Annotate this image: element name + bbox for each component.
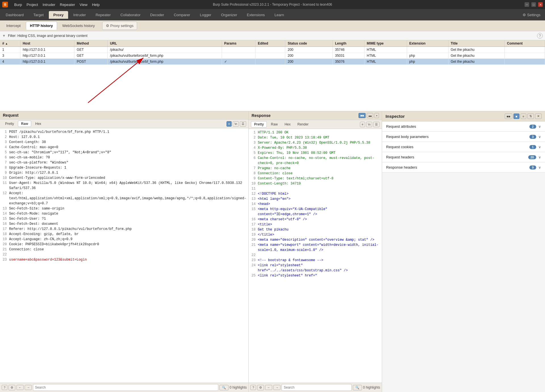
request-search-button[interactable]: 🔍 (219, 385, 229, 390)
nav-tab-repeater[interactable]: Repeater (91, 11, 115, 19)
inspector-section-item[interactable]: Request cookies 1 ∨ (382, 142, 545, 152)
nav-tab-collaborator[interactable]: Collaborator (116, 11, 145, 19)
response-icon-newline[interactable]: \n (366, 122, 372, 127)
col-header-url[interactable]: URL (108, 40, 222, 47)
nav-tab-intruder[interactable]: Intruder (69, 11, 91, 19)
response-view-split-v[interactable]: ▬ (367, 113, 373, 118)
cell-title: Get the pikachu (448, 53, 504, 59)
inspector-icon-align[interactable]: ≡ (521, 114, 526, 119)
request-line: 19Accept-Language: zh-CN,zh;q=0.9 (2, 237, 246, 242)
request-footer-back[interactable]: ← (16, 385, 24, 390)
cell-title: Get the pikachu (448, 47, 504, 53)
inspector-section-item[interactable]: Response headers 9 ∨ (382, 162, 545, 173)
response-panel-header: Response ■■ ▬ ▪ (249, 111, 382, 120)
menu-burp[interactable]: Burp (14, 3, 22, 7)
cell-url: /pikachu/ (108, 47, 222, 53)
request-panel-tab-icons: ≡ \n ☰ (227, 121, 246, 127)
close-button[interactable]: ✕ (538, 2, 543, 7)
col-header-edited[interactable]: Edited (255, 40, 285, 47)
response-tab-render[interactable]: Render (295, 121, 311, 127)
col-header-extension[interactable]: Extension (407, 40, 448, 47)
nav-tab-proxy[interactable]: Proxy (49, 11, 68, 19)
col-header-params[interactable]: Params (222, 40, 255, 47)
nav-tab-organizer[interactable]: Organizer (216, 11, 242, 19)
inspector-section-item[interactable]: Request body parameters 3 ∨ (382, 132, 545, 142)
table-row[interactable]: 3 http://127.0.0.1 GET /pikachu/vul/burt… (0, 53, 545, 59)
col-header-title[interactable]: Title (448, 40, 504, 47)
request-tab-raw[interactable]: Raw (18, 121, 31, 127)
response-view-split-h[interactable]: ■■ (359, 113, 366, 118)
col-header-host[interactable]: Host (20, 40, 74, 47)
response-icon-menu[interactable]: ☰ (373, 122, 380, 127)
response-line: 15 <meta http-equiv="X-UA-Compatible" co… (251, 207, 380, 217)
filter-help-button[interactable]: ? (537, 33, 543, 39)
proxy-settings-button[interactable]: ⚙ Proxy settings (102, 22, 137, 30)
request-search-input[interactable] (33, 384, 218, 391)
sub-tab-websockets[interactable]: WebSockets history (58, 22, 99, 30)
response-footer-settings[interactable]: ⚙ (257, 385, 264, 390)
response-content: 1HTTP/1.1 200 OK2Date: Tue, 10 Oct 2023 … (249, 129, 382, 383)
request-footer-help[interactable]: ? (2, 385, 7, 390)
inspector-icon-split-h[interactable]: ■■ (505, 114, 512, 119)
col-header-mime[interactable]: MIME type (364, 40, 407, 47)
response-line: 20 <meta name="description" content="ove… (251, 237, 380, 242)
inspector-icon-split-v[interactable]: ■ (513, 114, 519, 119)
request-tab-pretty[interactable]: Pretty (2, 121, 17, 127)
request-tab-hex[interactable]: Hex (32, 121, 44, 127)
col-header-id[interactable]: # ▲ (0, 40, 20, 47)
inspector-icon-close[interactable]: ✕ (535, 114, 542, 119)
nav-tab-target[interactable]: Target (29, 11, 48, 19)
menu-project[interactable]: Project (26, 3, 38, 7)
menu-repeater[interactable]: Repeater (60, 3, 75, 7)
inspector-section-item[interactable]: Request headers 20 ∨ (382, 152, 545, 162)
inspector-section-badge: 2 (529, 125, 536, 129)
col-header-length[interactable]: Length (333, 40, 364, 47)
response-line: 12<!DOCTYPE html> (251, 191, 380, 196)
inspector-section-item[interactable]: Request attributes 2 ∨ (382, 121, 545, 132)
response-search-button[interactable]: 🔍 (353, 385, 362, 390)
maximize-button[interactable]: □ (531, 2, 536, 7)
nav-tab-logger[interactable]: Logger (195, 11, 216, 19)
response-line: 23 <!-- bootstrap & fontawesome --> (251, 258, 380, 263)
response-footer-back[interactable]: ← (265, 385, 272, 390)
response-tab-hex[interactable]: Hex (282, 121, 293, 127)
response-view-single[interactable]: ▪ (374, 113, 379, 118)
request-icon-newline[interactable]: \n (233, 121, 239, 127)
col-header-status[interactable]: Status code (285, 40, 333, 47)
response-footer-forward[interactable]: → (273, 385, 280, 390)
sub-tab-http-history[interactable]: HTTP history (26, 22, 57, 30)
menu-help[interactable]: Help (92, 3, 100, 7)
nav-tab-dashboard[interactable]: Dashboard (1, 11, 28, 19)
cell-mime: HTML (364, 47, 407, 53)
table-row[interactable]: 4 http://127.0.0.1 POST /pikachu/vul/bur… (0, 59, 545, 65)
cell-comment (504, 47, 545, 53)
request-line: 8Upgrade-Insecure-Requests: 1 (2, 165, 246, 170)
request-icon-format[interactable]: ≡ (227, 121, 232, 127)
response-search-input[interactable] (282, 384, 351, 391)
response-icon-format[interactable]: ≡ (360, 122, 365, 127)
response-footer: ? ⚙ ← → 🔍 0 highlights (249, 383, 382, 392)
nav-tab-comparer[interactable]: Comparer (169, 11, 195, 19)
cell-edited (255, 53, 285, 59)
col-header-comment[interactable]: Comment (504, 40, 545, 47)
menu-intruder[interactable]: Intruder (43, 3, 55, 7)
nav-tab-decoder[interactable]: Decoder (146, 11, 169, 19)
request-line: 22 (2, 252, 246, 257)
menu-view[interactable]: View (79, 3, 87, 7)
nav-tab-learn[interactable]: Learn (270, 11, 288, 19)
cell-comment (504, 53, 545, 59)
request-footer-settings[interactable]: ⚙ (9, 385, 15, 390)
col-header-method[interactable]: Method (74, 40, 108, 47)
request-icon-menu[interactable]: ☰ (240, 121, 246, 127)
minimize-button[interactable]: ─ (525, 2, 529, 7)
nav-tab-extensions[interactable]: Extensions (242, 11, 270, 19)
cell-length: 35076 (333, 59, 364, 65)
table-row[interactable]: 1 http://127.0.0.1 GET /pikachu/ 200 357… (0, 47, 545, 53)
response-footer-help[interactable]: ? (250, 385, 256, 390)
sub-tab-intercept[interactable]: Intercept (2, 22, 25, 30)
settings-button[interactable]: ⚙ Settings (519, 11, 544, 19)
request-footer-forward[interactable]: → (25, 385, 32, 390)
response-tab-raw[interactable]: Raw (268, 121, 280, 127)
response-tab-pretty[interactable]: Pretty (251, 121, 267, 127)
inspector-icon-sort[interactable]: ⇅ (527, 114, 534, 119)
